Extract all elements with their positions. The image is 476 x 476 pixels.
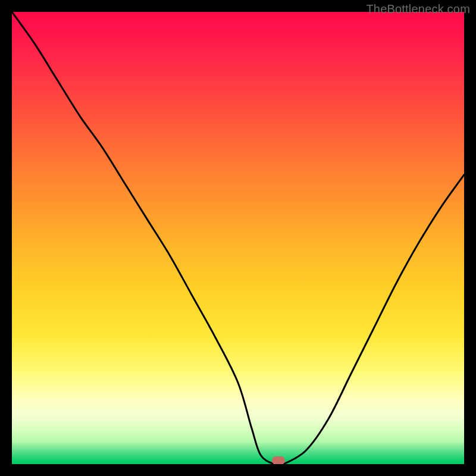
plot-area [12,12,464,464]
optimal-point-marker [272,456,285,464]
bottleneck-curve [12,12,464,464]
watermark-text: TheBottleneck.com [366,2,470,16]
chart-frame: TheBottleneck.com [0,0,476,476]
